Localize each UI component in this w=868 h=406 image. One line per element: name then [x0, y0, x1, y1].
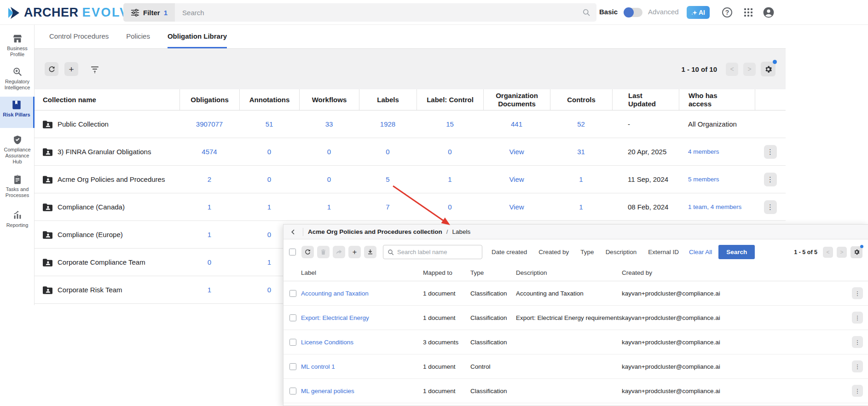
label-link[interactable]: ML general policies	[301, 388, 354, 394]
org-documents-view-link[interactable]: View	[483, 166, 550, 193]
clear-all-link[interactable]: Clear All	[689, 249, 712, 255]
controls-link[interactable]: 1	[550, 193, 612, 220]
ai-button[interactable]: AI	[687, 6, 710, 19]
controls-link[interactable]: 1	[550, 166, 612, 193]
obligations-link[interactable]: 1	[179, 221, 239, 248]
filter-type[interactable]: Type	[580, 249, 594, 255]
next-page-button[interactable]: >	[743, 63, 756, 76]
add-collection-button[interactable]: +	[64, 62, 78, 76]
obligations-link[interactable]: 0	[179, 249, 239, 276]
apps-grid-button[interactable]	[742, 6, 755, 19]
row-checkbox[interactable]	[289, 314, 296, 321]
obligations-link[interactable]: 1	[179, 193, 239, 220]
sidebar-item-regulatory-intelligence[interactable]: Regulatory Intelligence	[0, 64, 35, 94]
filter-external-id[interactable]: External ID	[648, 249, 679, 255]
workflows-link[interactable]: 0	[299, 166, 359, 193]
labels-link[interactable]: 7	[359, 193, 417, 220]
refresh-button[interactable]	[301, 246, 314, 258]
obligations-link[interactable]: 2	[179, 166, 239, 193]
workflows-link[interactable]: 33	[299, 110, 359, 138]
annotations-link[interactable]: 1	[239, 193, 299, 220]
table-row[interactable]: Compliance (Canada) 1 1 1 7 0 View 1 08 …	[35, 193, 786, 221]
row-menu-button[interactable]: ⋮	[852, 385, 863, 397]
sidebar-item-compliance-assurance-hub[interactable]: Compliance Assurance Hub	[0, 132, 35, 168]
row-menu-button[interactable]: ⋮	[852, 360, 863, 372]
label-control-link[interactable]: 1	[417, 166, 483, 193]
controls-link[interactable]: 52	[550, 110, 612, 138]
account-button[interactable]	[762, 6, 775, 19]
basic-advanced-toggle[interactable]	[624, 8, 642, 17]
help-button[interactable]: ?	[721, 6, 734, 19]
labels-link[interactable]: 5	[359, 166, 417, 193]
filter-list-button[interactable]	[88, 62, 102, 76]
members-link[interactable]: 1 team, 4 members	[688, 203, 741, 210]
label-link[interactable]: Export: Electrical Energy	[301, 314, 369, 321]
row-menu-button[interactable]: ⋮	[852, 312, 863, 324]
select-all-checkbox[interactable]	[289, 249, 296, 255]
tab-control-procedures[interactable]: Control Procedures	[49, 25, 109, 48]
table-settings-button[interactable]	[761, 62, 775, 76]
sidebar-item-business-profile[interactable]: Business Profile	[0, 30, 35, 60]
label-search-input[interactable]	[383, 245, 482, 259]
back-button[interactable]	[288, 227, 298, 237]
org-documents-link[interactable]: 441	[483, 110, 550, 138]
table-row[interactable]: Acme Org Policies and Procedures 2 0 0 5…	[35, 166, 786, 193]
row-menu-button[interactable]: ⋮	[852, 287, 863, 299]
sidebar-item-risk-pillars[interactable]: Risk Pillars	[0, 97, 35, 128]
tab-policies[interactable]: Policies	[126, 25, 150, 48]
label-link[interactable]: License Conditions	[301, 339, 353, 346]
sidebar-item-reporting[interactable]: Reporting	[0, 207, 35, 233]
filter-created-by[interactable]: Created by	[538, 249, 569, 255]
annotations-link[interactable]: 0	[239, 138, 299, 165]
label-control-link[interactable]: 0	[417, 193, 483, 220]
add-label-button[interactable]: +	[348, 246, 361, 258]
next-page-button[interactable]: >	[837, 247, 847, 258]
obligations-link[interactable]: 1	[179, 276, 239, 303]
label-row[interactable]: ML control 1 1 document Control kayvan+p…	[284, 354, 868, 379]
label-control-link[interactable]: 15	[417, 110, 483, 138]
row-menu-button[interactable]: ⋮	[852, 336, 863, 348]
row-menu-button[interactable]: ⋮	[764, 145, 777, 159]
row-checkbox[interactable]	[289, 290, 296, 297]
table-settings-button[interactable]	[851, 246, 862, 258]
refresh-button[interactable]	[45, 62, 58, 76]
workflows-link[interactable]: 0	[299, 138, 359, 165]
row-menu-button[interactable]: ⋮	[764, 200, 777, 214]
label-row[interactable]: License Conditions 3 documents Classific…	[284, 330, 868, 354]
controls-link[interactable]: 31	[550, 138, 612, 165]
labels-link[interactable]: 0	[359, 138, 417, 165]
obligations-link[interactable]: 3907077	[179, 110, 239, 138]
label-row[interactable]: Accounting and Taxation 1 document Class…	[284, 281, 868, 306]
label-link[interactable]: ML control 1	[301, 363, 335, 370]
labels-link[interactable]: 1928	[359, 110, 417, 138]
row-checkbox[interactable]	[289, 339, 296, 346]
row-checkbox[interactable]	[289, 363, 296, 370]
tab-obligation-library[interactable]: Obligation Library	[168, 25, 227, 48]
filter-button[interactable]: Filter 1	[123, 3, 175, 22]
forward-button[interactable]	[333, 246, 345, 258]
row-menu-button[interactable]: ⋮	[764, 173, 777, 186]
prev-page-button[interactable]: <	[726, 63, 738, 76]
obligations-link[interactable]: 4574	[179, 138, 239, 165]
table-row[interactable]: 3) FINRA Granular Obligations 4574 0 0 0…	[35, 138, 786, 166]
workflows-link[interactable]: 1	[299, 193, 359, 220]
filter-date-created[interactable]: Date created	[492, 249, 527, 255]
download-button[interactable]	[364, 246, 376, 258]
search-input[interactable]	[175, 3, 596, 22]
prev-page-button[interactable]: <	[823, 247, 833, 258]
app-logo[interactable]: ARCHER EVOLV	[7, 6, 129, 20]
annotations-link[interactable]: 51	[239, 110, 299, 138]
label-row[interactable]: ML general policies 1 document Classific…	[284, 379, 868, 403]
filter-description[interactable]: Description	[606, 249, 637, 255]
annotations-link[interactable]: 0	[239, 166, 299, 193]
row-checkbox[interactable]	[289, 388, 296, 394]
org-documents-view-link[interactable]: View	[483, 193, 550, 220]
label-row[interactable]: Export: Electrical Energy 1 document Cla…	[284, 306, 868, 330]
search-button[interactable]: Search	[718, 245, 755, 259]
org-documents-view-link[interactable]: View	[483, 138, 550, 165]
table-row[interactable]: Public Collection 3907077 51 33 1928 15 …	[35, 110, 786, 138]
sidebar-item-tasks-and-processes[interactable]: Tasks and Processes	[0, 171, 35, 201]
members-link[interactable]: 5 members	[688, 176, 719, 183]
label-control-link[interactable]: 0	[417, 138, 483, 165]
label-link[interactable]: Accounting and Taxation	[301, 290, 369, 297]
